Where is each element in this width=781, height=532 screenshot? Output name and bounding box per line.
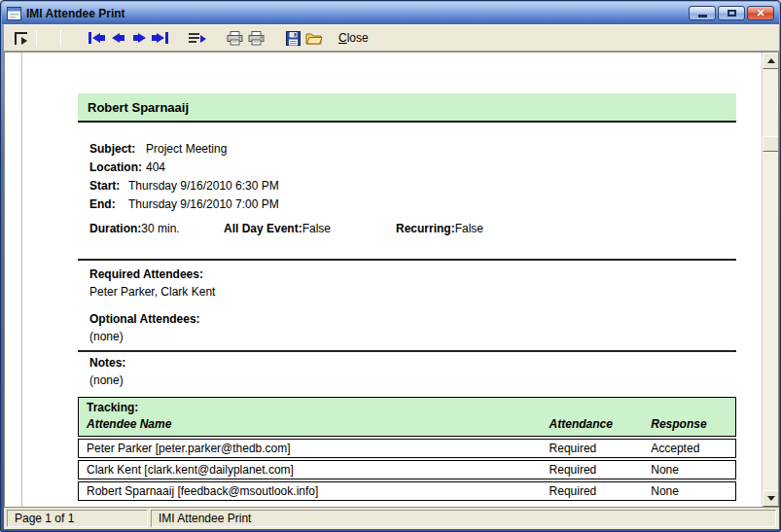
field-start: Start:Thursday 9/16/2010 6:30 PM [89, 177, 736, 195]
field-allday: All Day Event:False [224, 220, 396, 237]
app-icon [7, 7, 21, 20]
cell-response: None [651, 463, 735, 477]
column-attendance: Attendance [550, 416, 652, 433]
field-value: False [455, 222, 483, 235]
scroll-down-icon [767, 496, 775, 501]
scroll-down-button[interactable] [763, 490, 779, 507]
layout-toggle-icon [15, 32, 27, 45]
scroll-up-button[interactable] [763, 53, 779, 69]
page-left-edge [21, 53, 22, 507]
tracking-title: Tracking: [79, 400, 735, 416]
minimize-button[interactable] [689, 6, 716, 20]
window-title: IMI Attendee Print [26, 7, 689, 20]
field-value: 404 [146, 160, 165, 174]
layout-toggle-button[interactable] [10, 27, 31, 49]
optional-attendees-label: Optional Attendees: [78, 310, 736, 328]
section-divider [78, 350, 736, 352]
cell-attendance: Required [550, 442, 652, 455]
statusbar-page-panel: Page 1 of 1 [7, 510, 148, 527]
field-location: Location:404 [89, 159, 736, 177]
statusbar-title-panel: IMI Attendee Print [151, 510, 776, 527]
required-attendees-value: Peter Parker, Clark Kent [78, 283, 736, 301]
field-value: Thursday 9/16/2010 6:30 PM [128, 179, 279, 193]
statusbar: Page 1 of 1 IMI Attendee Print [4, 508, 779, 529]
scrollbar-thumb[interactable] [763, 136, 779, 152]
tracking-header: Tracking: Attendee Name Attendance Respo… [78, 397, 736, 437]
cell-response: None [651, 484, 735, 498]
statusbar-title: IMI Attendee Print [159, 512, 251, 525]
print-button[interactable] [245, 27, 266, 49]
field-value: Project Meeting [146, 142, 227, 156]
cell-attendee: Peter Parker [peter.parker@thedb.com] [79, 442, 550, 455]
close-icon: ✕ [756, 8, 764, 18]
notes-label: Notes: [78, 354, 736, 372]
titlebar[interactable]: IMI Attendee Print ✕ [2, 2, 779, 24]
field-label: Duration: [89, 222, 141, 235]
field-subject: Subject:Project Meeting [89, 140, 736, 159]
field-label: Subject: [89, 140, 146, 159]
cell-attendance: Required [550, 463, 652, 477]
open-button[interactable] [303, 27, 325, 49]
cell-attendance: Required [550, 484, 652, 498]
preview-viewport[interactable]: Robert Sparnaaij Subject:Project Meeting… [4, 52, 779, 508]
field-value: Thursday 9/16/2010 7:00 PM [128, 197, 279, 211]
field-label: Recurring: [396, 222, 455, 235]
last-page-button[interactable] [150, 27, 171, 49]
maximize-icon [728, 10, 736, 17]
preview-toolbar: Close [4, 24, 779, 52]
app-window: IMI Attendee Print ✕ [0, 0, 781, 532]
field-value: 30 min. [141, 222, 179, 235]
maximize-button[interactable] [718, 6, 745, 20]
next-page-button[interactable] [128, 27, 150, 49]
field-label: All Day Event: [224, 222, 302, 235]
print-icon [248, 31, 265, 46]
save-button[interactable] [282, 27, 303, 49]
cell-attendee: Robert Sparnaaij [feedback@msoutlook.inf… [79, 484, 550, 498]
section-divider [78, 259, 736, 261]
meeting-flags: Duration:30 min. All Day Event:False Rec… [78, 220, 736, 237]
cell-response: Accepted [651, 442, 735, 455]
close-window-button[interactable]: ✕ [747, 6, 774, 20]
vertical-scrollbar[interactable] [762, 53, 778, 507]
field-end: End:Thursday 9/16/2010 7:00 PM [89, 195, 736, 214]
notes-value: (none) [78, 372, 736, 389]
previous-page-button[interactable] [107, 27, 128, 49]
field-recurring: Recurring:False [396, 220, 483, 237]
field-label: Start: [89, 177, 128, 195]
minimize-icon [698, 15, 707, 18]
field-label: End: [89, 195, 128, 214]
save-icon [286, 31, 301, 46]
field-value: False [302, 222, 331, 235]
tracking-table: Tracking: Attendee Name Attendance Respo… [78, 397, 736, 501]
table-row: Clark Kent [clark.kent@dailyplanet.com] … [78, 460, 736, 479]
last-page-icon [152, 32, 169, 44]
cell-attendee: Clark Kent [clark.kent@dailyplanet.com] [79, 463, 550, 477]
close-label: lose [347, 31, 369, 45]
previous-page-icon [112, 33, 124, 43]
tracking-columns: Attendee Name Attendance Response [79, 416, 735, 433]
printer-setup-icon [227, 31, 243, 46]
window-controls: ✕ [689, 6, 774, 20]
table-row: Peter Parker [peter.parker@thedb.com] Re… [78, 439, 736, 458]
open-folder-icon [305, 31, 323, 45]
scroll-up-icon [767, 58, 775, 63]
column-attendee-name: Attendee Name [79, 416, 550, 433]
first-page-button[interactable] [86, 27, 107, 49]
field-duration: Duration:30 min. [89, 220, 224, 237]
table-row: Robert Sparnaaij [feedback@msoutlook.inf… [78, 481, 736, 501]
goto-page-button[interactable] [187, 27, 208, 49]
goto-page-icon [189, 31, 206, 45]
report-header: Robert Sparnaaij [78, 93, 736, 123]
report-page: Robert Sparnaaij Subject:Project Meeting… [44, 53, 736, 501]
close-preview-button[interactable]: Close [338, 31, 369, 45]
toolbar-separator [36, 30, 37, 47]
field-label: Location: [89, 159, 146, 177]
page-indicator: Page 1 of 1 [15, 512, 74, 525]
meeting-fields: Subject:Project Meeting Location:404 Sta… [78, 140, 736, 214]
optional-attendees-value: (none) [78, 328, 736, 345]
close-label-accel: C [338, 31, 347, 45]
toolbar-separator [60, 30, 61, 47]
required-attendees-label: Required Attendees: [78, 266, 736, 283]
printer-setup-button[interactable] [224, 27, 245, 49]
column-response: Response [651, 416, 735, 433]
